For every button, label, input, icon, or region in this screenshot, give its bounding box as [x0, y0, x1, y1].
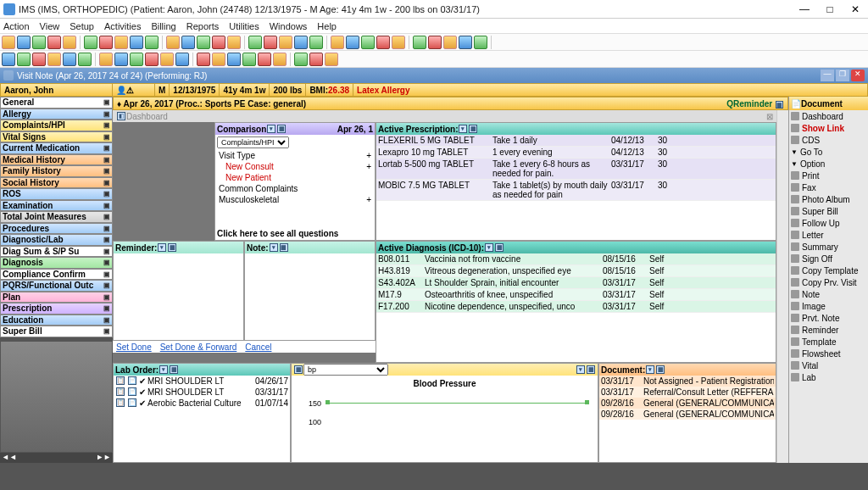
document-row[interactable]: 03/31/17Referral/Consult Letter (REFFERA…	[599, 387, 776, 398]
toolbar-icon[interactable]	[459, 36, 472, 49]
toolbar-icon[interactable]	[264, 36, 277, 49]
lab-row[interactable]: 📋📄✔MRI SHOULDER LT03/31/17	[114, 387, 290, 398]
toolbar-icon[interactable]	[197, 53, 210, 66]
action-show-link[interactable]: Show Link	[789, 122, 868, 134]
toolbar-icon[interactable]	[47, 36, 61, 49]
child-restore[interactable]: ❐	[836, 70, 849, 81]
action-vital[interactable]: Vital	[789, 359, 868, 371]
menu-action[interactable]: Action	[3, 21, 30, 31]
rx-row[interactable]: Lexapro 10 mg TABLET1 every evening04/12…	[376, 147, 776, 159]
nav-education[interactable]: Education▣	[0, 315, 113, 326]
toolbar-icon[interactable]	[331, 36, 344, 49]
dx-row[interactable]: S43.402ALt Shoulder Sprain, initial enco…	[376, 277, 776, 289]
rx-row[interactable]: MOBIC 7.5 MG TABLETTake 1 tablet(s) by m…	[376, 180, 776, 201]
toolbar-icon[interactable]	[474, 36, 487, 49]
toolbar-icon[interactable]	[309, 36, 323, 49]
nav-diag-sum-s-p-su[interactable]: Diag Sum & S/P Su▣	[0, 246, 113, 258]
action-super-bill[interactable]: Super Bill	[789, 205, 868, 217]
grid-icon[interactable]: ▦	[277, 125, 286, 133]
menu-help[interactable]: Help	[317, 21, 337, 31]
action-note[interactable]: Note	[789, 288, 868, 300]
nav-compliance-confirm[interactable]: Compliance Confirm▣	[0, 269, 113, 281]
action-letter[interactable]: Letter	[789, 229, 868, 241]
comparison-select[interactable]: Complaints/HPI	[217, 136, 289, 148]
toolbar-icon[interactable]	[212, 53, 225, 66]
toolbar-icon[interactable]	[17, 36, 31, 49]
nav-social-history[interactable]: Social History▣	[0, 177, 113, 189]
maximize-button[interactable]: □	[821, 3, 839, 15]
action-go-to[interactable]: ▼ Go To	[789, 146, 868, 158]
toolbar-icon[interactable]	[114, 53, 128, 66]
dashboard-close-icon[interactable]: ⊠	[766, 112, 773, 121]
dx-row[interactable]: B08.011Vaccinia not from vaccine08/15/16…	[376, 253, 776, 265]
toolbar-icon[interactable]	[428, 36, 442, 49]
document-row[interactable]: 09/28/16General (GENERAL/COMMUNICAT	[599, 398, 776, 409]
action-copy-template[interactable]: Copy Template	[789, 264, 868, 276]
toolbar-icon[interactable]	[413, 36, 426, 49]
toolbar-icon[interactable]	[279, 36, 292, 49]
comparison-row[interactable]: New Consult+	[215, 161, 375, 172]
toolbar-icon[interactable]	[63, 36, 76, 49]
rx-row[interactable]: FLEXERIL 5 MG TABLETTake 1 daily04/12/13…	[376, 135, 776, 147]
toolbar-icon[interactable]	[376, 36, 390, 49]
toolbar-icon[interactable]	[197, 36, 210, 49]
toolbar-icon[interactable]	[309, 53, 323, 66]
toolbar-icon[interactable]	[130, 36, 143, 49]
minimize-button[interactable]: —	[795, 3, 814, 15]
nav-prescription[interactable]: Prescription▣	[0, 303, 113, 315]
action-cds[interactable]: CDS	[789, 134, 868, 146]
toolbar-icon[interactable]	[114, 36, 128, 49]
toolbar-icon[interactable]	[227, 36, 241, 49]
toolbar-icon[interactable]	[99, 36, 113, 49]
qreminder-icon[interactable]: ▦	[776, 101, 783, 109]
toolbar-icon[interactable]	[443, 36, 457, 49]
menu-activities[interactable]: Activities	[104, 21, 141, 31]
set-done-link[interactable]: Set Done	[116, 342, 152, 352]
toolbar-icon[interactable]	[99, 53, 113, 66]
toolbar-icon[interactable]	[166, 36, 180, 49]
action-reminder[interactable]: Reminder	[789, 324, 868, 336]
menu-utilities[interactable]: Utilities	[229, 21, 259, 31]
nav-allergy[interactable]: Allergy▣	[0, 109, 113, 120]
toolbar-icon[interactable]	[175, 53, 189, 66]
menu-billing[interactable]: Billing	[151, 21, 175, 31]
action-dashboard[interactable]: Dashboard	[789, 110, 868, 122]
document-row[interactable]: 03/31/17Not Assigned - Patient Registrat…	[599, 376, 776, 387]
comparison-row[interactable]: Visit Type+	[215, 150, 375, 161]
dx-row[interactable]: F17.200Nicotine dependence, unspecified,…	[376, 301, 776, 313]
nav-vital-signs[interactable]: Vital Signs▣	[0, 131, 113, 143]
toolbar-icon[interactable]	[130, 53, 143, 66]
nav-medical-history[interactable]: Medical History▣	[0, 154, 113, 166]
action-summary[interactable]: Summary	[789, 241, 868, 253]
comparison-row[interactable]: Common Complaints	[215, 183, 375, 194]
toolbar-icon[interactable]	[181, 36, 195, 49]
lab-row[interactable]: 📋📄✔Aerobic Bacterial Culture01/07/14	[114, 398, 290, 409]
toolbar-icon[interactable]	[227, 53, 241, 66]
toolbar-icon[interactable]	[248, 36, 262, 49]
nav-total-joint-measures[interactable]: Total Joint Measures▣	[0, 211, 113, 223]
filter-icon[interactable]: ▾	[267, 125, 275, 133]
close-button[interactable]: ✕	[846, 3, 865, 15]
toolbar-icon[interactable]	[32, 53, 46, 66]
toolbar-icon[interactable]	[63, 53, 76, 66]
toolbar-icon[interactable]	[392, 36, 405, 49]
action-follow-up[interactable]: Follow Up	[789, 217, 868, 229]
grid-icon[interactable]: ▦	[469, 125, 477, 133]
toolbar-icon[interactable]	[361, 36, 375, 49]
action-print[interactable]: Print	[789, 170, 868, 181]
filter-icon[interactable]: ▾	[459, 125, 467, 133]
scrollbar[interactable]	[776, 110, 788, 463]
toolbar-icon[interactable]	[346, 36, 359, 49]
menu-reports[interactable]: Reports	[186, 21, 220, 31]
action-lab[interactable]: Lab	[789, 371, 868, 383]
action-prvt-note[interactable]: Prvt. Note	[789, 312, 868, 324]
action-option[interactable]: ▼ Option	[789, 158, 868, 170]
child-minimize[interactable]: —	[821, 70, 834, 81]
toolbar-icon[interactable]	[2, 53, 15, 66]
toolbar-icon[interactable]	[78, 53, 92, 66]
nav-current-medication[interactable]: Current Medication▣	[0, 142, 113, 154]
toolbar-icon[interactable]	[17, 53, 31, 66]
toolbar-icon[interactable]	[47, 53, 61, 66]
nav-family-history[interactable]: Family History▣	[0, 165, 113, 177]
action-flowsheet[interactable]: Flowsheet	[789, 348, 868, 359]
